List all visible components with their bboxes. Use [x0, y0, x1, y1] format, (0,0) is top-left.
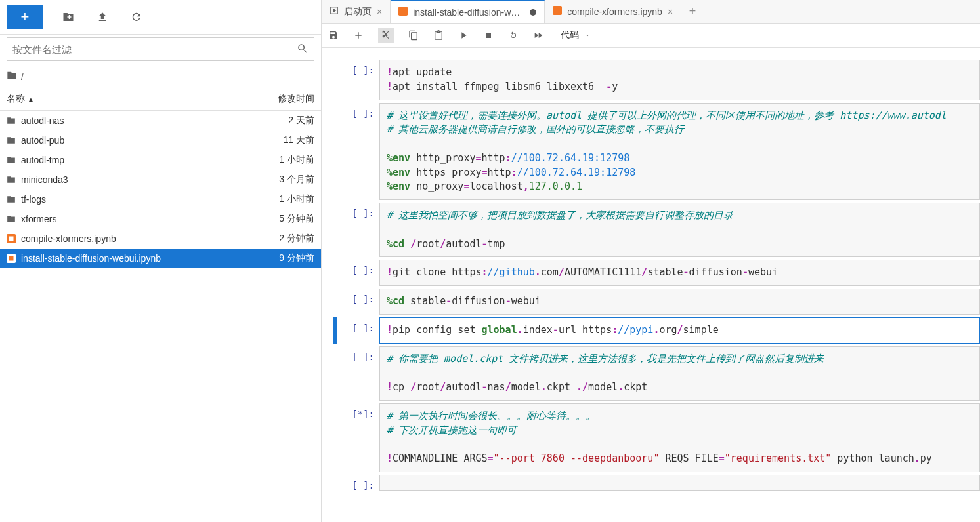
code-cell[interactable]: [ ]: [322, 475, 980, 491]
cell-prompt: [ ]: [341, 203, 379, 257]
file-name: tf-logs [21, 194, 249, 205]
sidebar-toolbar: + [0, 0, 321, 35]
svg-rect-3 [9, 256, 14, 261]
file-modified: 5 分钟前 [249, 213, 314, 225]
folder-icon [7, 116, 16, 125]
header-name[interactable]: 名称▲ [0, 88, 236, 110]
dirty-indicator [530, 9, 536, 16]
refresh-icon[interactable] [127, 8, 146, 26]
file-modified: 3 个月前 [249, 174, 314, 186]
file-modified: 1 小时前 [249, 193, 314, 205]
tab-bar: 启动页× install-stable-diffusion-webu compi… [322, 0, 980, 24]
breadcrumb[interactable]: / [0, 66, 321, 88]
search-icon [297, 43, 309, 56]
filter-input[interactable] [12, 44, 297, 55]
file-row[interactable]: tf-logs 1 小时前 [0, 190, 321, 209]
save-icon[interactable] [328, 30, 339, 41]
cell-input[interactable]: # 这里我怕空间不够，把项目放到数据盘了，大家根据需要自行调整存放的目录 %cd… [379, 203, 980, 257]
file-name: autodl-nas [21, 115, 249, 126]
code-cell[interactable]: [ ]:# 你需要把 model.ckpt 文件拷贝进来，这里方法很多，我是先把… [322, 346, 980, 401]
run-all-icon[interactable] [533, 30, 543, 41]
code-cell[interactable]: [ ]:!git clone https://github.com/AUTOMA… [322, 260, 980, 286]
file-row[interactable]: install-stable-diffusion-webui.ipynb 9 分… [0, 249, 321, 268]
restart-icon[interactable] [508, 30, 519, 41]
file-list-header: 名称▲ 修改时间 [0, 88, 321, 111]
cut-icon[interactable] [378, 28, 394, 43]
file-row[interactable]: autodl-nas 2 天前 [0, 111, 321, 130]
stop-icon[interactable] [483, 30, 494, 41]
code-cell[interactable]: [ ]:# 这里我怕空间不够，把项目放到数据盘了，大家根据需要自行调整存放的目录… [322, 203, 980, 257]
cell-prompt: [*]: [341, 403, 379, 472]
tab-label: 启动页 [344, 6, 372, 18]
file-row[interactable]: miniconda3 3 个月前 [0, 170, 321, 190]
file-name: compile-xformers.ipynb [21, 233, 249, 244]
file-name: autodl-pub [21, 135, 249, 146]
cell-prompt: [ ]: [341, 317, 379, 344]
filter-input-wrapper [7, 37, 314, 61]
tab-label: compile-xformers.ipynb [567, 7, 662, 17]
cell-input[interactable]: !git clone https://github.com/AUTOMATIC1… [379, 260, 980, 286]
tab[interactable]: 启动页× [322, 0, 391, 23]
folder-icon [7, 195, 16, 204]
close-icon[interactable]: × [377, 7, 382, 17]
cell-type-select[interactable]: 代码 [561, 30, 591, 41]
copy-icon[interactable] [408, 30, 419, 41]
insert-cell-icon[interactable] [353, 30, 364, 41]
sort-asc-icon: ▲ [28, 96, 34, 103]
notebook-icon [7, 234, 16, 243]
code-cell[interactable]: [ ]:!apt update !apt install ffmpeg libs… [322, 60, 980, 100]
add-tab-button[interactable]: + [681, 0, 704, 23]
tab[interactable]: install-stable-diffusion-webu [391, 0, 545, 23]
file-row[interactable]: autodl-pub 11 天前 [0, 130, 321, 150]
cell-prompt: [ ]: [341, 103, 379, 201]
folder-icon [7, 175, 16, 184]
folder-icon [7, 70, 17, 83]
file-modified: 1 小时前 [249, 154, 314, 166]
notebook-icon [398, 7, 408, 18]
cell-prompt: [ ]: [341, 289, 379, 315]
svg-rect-6 [553, 6, 562, 15]
file-modified: 2 天前 [249, 115, 314, 127]
new-folder-icon[interactable] [59, 8, 77, 26]
paste-icon[interactable] [433, 30, 444, 41]
file-modified: 9 分钟前 [249, 252, 314, 264]
folder-icon [7, 214, 16, 224]
upload-icon[interactable] [93, 8, 112, 26]
svg-rect-5 [398, 7, 408, 16]
code-cell[interactable]: [ ]:!pip config set global.index-url htt… [322, 317, 980, 344]
file-name: autodl-tmp [21, 155, 249, 165]
tab[interactable]: compile-xformers.ipynb× [545, 0, 681, 23]
folder-icon [7, 155, 16, 165]
cell-prompt: [ ]: [341, 60, 379, 100]
code-cell[interactable]: [*]:# 第一次执行时间会很长。。。耐心等待。。。 # 下次开机直接跑这一句即… [322, 403, 980, 472]
cell-input[interactable]: # 第一次执行时间会很长。。。耐心等待。。。 # 下次开机直接跑这一句即可 !C… [379, 403, 980, 472]
header-modified[interactable]: 修改时间 [236, 88, 321, 110]
new-button[interactable]: + [7, 5, 43, 29]
notebook-icon [7, 254, 16, 263]
chevron-down-icon [584, 30, 591, 41]
cell-input[interactable]: %cd stable-diffusion-webui [379, 289, 980, 315]
file-row[interactable]: xformers 5 分钟前 [0, 209, 321, 229]
cell-input[interactable] [379, 475, 980, 491]
code-cell[interactable]: [ ]:%cd stable-diffusion-webui [322, 289, 980, 315]
cell-input[interactable]: !pip config set global.index-url https:/… [379, 317, 980, 344]
run-icon[interactable] [458, 30, 469, 41]
file-modified: 2 分钟前 [249, 233, 314, 245]
svg-rect-1 [9, 237, 14, 241]
file-modified: 11 天前 [249, 134, 314, 146]
notebook-icon [553, 6, 562, 17]
cell-input[interactable]: !apt update !apt install ffmpeg libsm6 l… [379, 60, 980, 100]
cell-input[interactable]: # 你需要把 model.ckpt 文件拷贝进来，这里方法很多，我是先把文件上传… [379, 346, 980, 401]
close-icon[interactable]: × [668, 7, 673, 17]
file-row[interactable]: compile-xformers.ipynb 2 分钟前 [0, 229, 321, 249]
code-cell[interactable]: [ ]:# 这里设置好代理，需要连接外网。autodl 提供了可以上外网的代理，… [322, 103, 980, 201]
file-name: miniconda3 [21, 174, 249, 185]
breadcrumb-root: / [21, 71, 24, 82]
file-list: autodl-nas 2 天前 autodl-pub 11 天前 autodl-… [0, 111, 321, 522]
file-name: xformers [21, 214, 249, 224]
cell-input[interactable]: # 这里设置好代理，需要连接外网。autodl 提供了可以上外网的代理，不同区使… [379, 103, 980, 201]
cell-prompt: [ ]: [341, 475, 379, 491]
file-row[interactable]: autodl-tmp 1 小时前 [0, 150, 321, 170]
tab-label: install-stable-diffusion-webu [413, 7, 524, 18]
notebook-body: [ ]:!apt update !apt install ffmpeg libs… [322, 48, 980, 522]
